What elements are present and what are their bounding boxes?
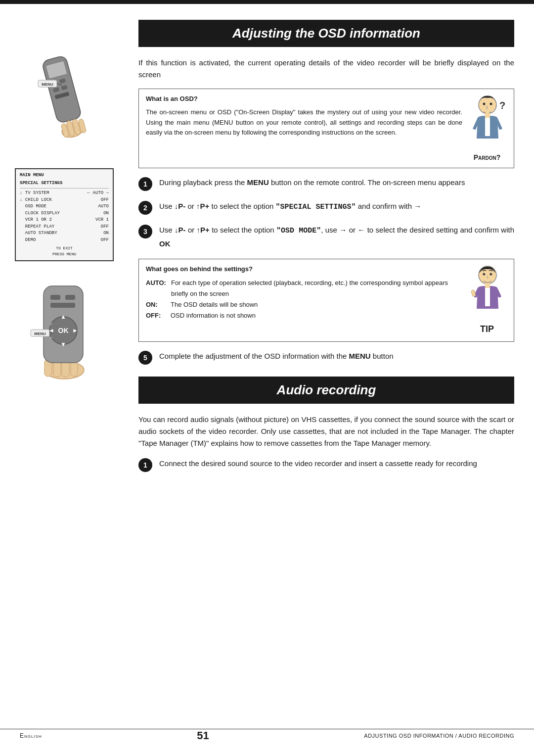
menu-row-osdmode-value: AUTO — [98, 203, 109, 210]
menu-row-tv-value: ← AUTO → — [88, 190, 109, 197]
svg-point-36 — [483, 103, 485, 105]
step2-text: Use ↓P- or ↑P+ to select the option "SPE… — [159, 200, 514, 214]
tip-character: TIP — [467, 264, 507, 336]
menu-row-childlock-label: ↓ CHILD LOCK — [20, 197, 52, 204]
footer-left-label: English — [20, 732, 42, 739]
osd-val-off: OSD information is not shown — [171, 310, 462, 321]
tip-label: TIP — [467, 322, 507, 336]
menu-row-tv-bullet: ↓ TV SYSTEM — [20, 190, 49, 197]
footer-right-label: Adjusting OSD Information / Audio Record… — [364, 733, 514, 739]
audio-step1-item: 1 Connect the desired sound source to th… — [138, 457, 514, 472]
osd-row-on: ON: The OSD details will be shown — [146, 299, 462, 310]
menu-row-clock-value: ON — [103, 210, 109, 217]
menu-footer-2: PRESS MENU — [20, 251, 109, 257]
pardon-label: Pardon? — [467, 152, 507, 163]
section1-title: Adjusting the OSD information — [148, 26, 504, 41]
page-footer: English 51 Adjusting OSD Information / A… — [0, 729, 534, 742]
pardon-info-box: What is an OSD? The on-screen menu or OS… — [138, 89, 514, 168]
svg-text:P: P — [50, 323, 53, 326]
step2-number: 2 — [138, 201, 152, 215]
menu-row-childlock-value: OFF — [101, 197, 109, 204]
step1-text: During playback press the MENU button on… — [159, 176, 514, 189]
menu-row-standby-value: ON — [103, 230, 109, 237]
pardon-person-svg: ? — [469, 94, 506, 148]
menu-row-vcr-label: VCR 1 OR 2 — [20, 217, 52, 224]
svg-point-43 — [490, 273, 492, 276]
svg-rect-32 — [50, 295, 60, 300]
remote-bottom-illustration: OK ▲ ▼ ◄ ► P P MENU — [30, 281, 99, 385]
svg-text:OK: OK — [58, 327, 69, 334]
svg-rect-38 — [485, 113, 490, 118]
menu-screen-illustration: MAIN MENU SPECIAL SETTINGS ↓ TV SYSTEM ←… — [15, 168, 114, 261]
remote-top-illustration: MENU — [37, 49, 91, 148]
osd-table: AUTO: For each type of operation selecte… — [146, 278, 462, 321]
step3-number: 3 — [138, 225, 152, 238]
osd-key-off: OFF: — [146, 310, 166, 321]
menu-row-vcr-value: VCR 1 — [95, 217, 109, 224]
svg-point-41 — [483, 273, 485, 276]
svg-rect-34 — [50, 303, 75, 308]
remote-control-svg-top: MENU — [37, 49, 91, 148]
osd-val-on: The OSD details will be shown — [171, 299, 462, 310]
svg-text:?: ? — [499, 100, 505, 111]
menu-row-osdmode-label: OSD MODE — [20, 203, 46, 210]
sidebar: MENU MAIN MENU SPECIAL SETTINGS ↓ TV SYS… — [0, 10, 129, 501]
main-content: Adjusting the OSD information If this fu… — [129, 10, 534, 501]
remote-control-svg-bottom: OK ▲ ▼ ◄ ► P P MENU — [30, 281, 99, 385]
menu-row-demo-label: DEMO — [20, 237, 36, 244]
pardon-box-title: What is an OSD? — [146, 94, 462, 104]
svg-point-37 — [490, 103, 492, 105]
menu-row-demo-value: OFF — [101, 237, 109, 244]
svg-text:MENU: MENU — [34, 331, 46, 336]
menu-title-line2: SPECIAL SETTINGS — [20, 180, 109, 187]
pardon-box-body: The on-screen menu or OSD ("On-Screen Di… — [146, 107, 462, 138]
section2-intro: You can record audio signals (without pi… — [138, 414, 514, 449]
section2-header: Audio recording — [138, 377, 514, 404]
osd-row-off: OFF: OSD information is not shown — [146, 310, 462, 321]
menu-row-repeat-label: REPEAT PLAY — [20, 224, 54, 231]
svg-text:MENU: MENU — [42, 82, 53, 87]
section1-intro: If this function is activated, the curre… — [138, 57, 514, 81]
section2-title: Audio recording — [148, 382, 504, 398]
section1-header: Adjusting the OSD information — [138, 20, 514, 47]
svg-text:►: ► — [72, 327, 78, 334]
svg-point-42 — [484, 273, 485, 274]
osd-key-on: ON: — [146, 299, 166, 310]
tip-person-svg — [469, 264, 506, 319]
menu-title-line1: MAIN MENU — [20, 172, 109, 179]
osd-val-auto: For each type of operation selected (pla… — [171, 278, 462, 299]
pardon-character: ? Pardon? — [467, 94, 507, 163]
menu-row-standby-label: AUTO STANDBY — [20, 230, 57, 237]
menu-row-repeat-value: OFF — [101, 224, 109, 231]
svg-rect-33 — [65, 295, 75, 300]
step5-item: 5 Complete the adjustment of the OSD inf… — [138, 350, 514, 365]
footer-page-number: 51 — [197, 729, 209, 742]
step2-item: 2 Use ↓P- or ↑P+ to select the option "S… — [138, 200, 514, 215]
osd-row-auto: AUTO: For each type of operation selecte… — [146, 278, 462, 299]
step1-number: 1 — [138, 177, 152, 191]
audio-step1-number: 1 — [138, 458, 152, 472]
menu-footer-1: TO EXIT — [20, 245, 109, 251]
step5-text: Complete the adjustment of the OSD infor… — [159, 350, 514, 363]
svg-point-44 — [491, 273, 492, 274]
svg-rect-45 — [485, 283, 490, 288]
step5-number: 5 — [138, 351, 152, 365]
svg-text:P: P — [50, 336, 53, 340]
top-border — [0, 0, 534, 4]
audio-step1-text: Connect the desired sound source to the … — [159, 457, 514, 470]
step3-item: 3 Use ↓P- or ↑P+ to select the option "O… — [138, 224, 514, 250]
pardon-box-text: What is an OSD? The on-screen menu or OS… — [146, 94, 462, 138]
step3-text: Use ↓P- or ↑P+ to select the option "OSD… — [159, 224, 514, 250]
tip-info-box: What goes on behind the settings? AUTO: … — [138, 259, 514, 342]
menu-row-clock-label: CLOCK DISPLAY — [20, 210, 60, 217]
step1-item: 1 During playback press the MENU button … — [138, 176, 514, 191]
svg-text:▼: ▼ — [60, 341, 66, 348]
tip-box-content: What goes on behind the settings? AUTO: … — [146, 264, 462, 321]
svg-text:▲: ▲ — [60, 313, 66, 320]
osd-key-auto: AUTO: — [146, 278, 166, 288]
tip-box-title: What goes on behind the settings? — [146, 264, 462, 275]
